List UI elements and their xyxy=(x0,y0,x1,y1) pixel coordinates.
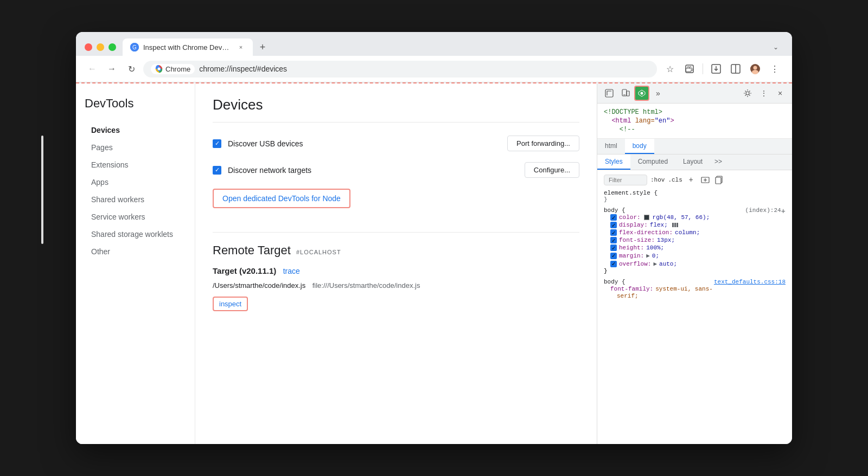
html-open-tag: <html xyxy=(611,117,631,125)
tab-html[interactable]: html xyxy=(597,139,625,154)
tab-computed[interactable]: Computed xyxy=(630,155,675,170)
styles-panel: :hov .cls + xyxy=(597,170,792,444)
overflow-prop-value: auto; xyxy=(659,261,677,267)
more-tools-button[interactable]: » xyxy=(650,86,666,101)
elements-icon xyxy=(637,89,646,98)
overflow-checkbox[interactable]: ✓ xyxy=(610,261,617,267)
elements-panel-button[interactable] xyxy=(634,86,649,101)
display-checkbox[interactable]: ✓ xyxy=(610,222,617,228)
hov-button[interactable]: :hov xyxy=(650,177,665,183)
tab-chevron-button[interactable]: ⌄ xyxy=(768,40,783,55)
styles-filter-input[interactable] xyxy=(604,175,647,185)
target-file: file:///Users/stmarthe/code/index.js xyxy=(312,281,420,290)
color-checkbox[interactable]: ✓ xyxy=(610,214,617,221)
port-forwarding-button[interactable]: Port forwarding... xyxy=(507,136,579,151)
tab-more[interactable]: >> xyxy=(710,155,726,170)
doctype-line: <!DOCTYPE html> xyxy=(604,108,786,117)
forward-button[interactable]: → xyxy=(104,61,119,76)
copy-icon xyxy=(715,176,724,184)
overflow-arrow[interactable]: ▶ xyxy=(653,260,657,267)
add-class-button[interactable]: + xyxy=(686,175,697,185)
sidebar-item-other[interactable]: Other xyxy=(85,243,186,260)
display-prop: ✓ display: flex; xyxy=(604,221,786,229)
network-checkbox[interactable]: ✓ xyxy=(213,166,221,175)
usb-checkbox[interactable]: ✓ xyxy=(213,139,221,148)
font-size-checkbox[interactable]: ✓ xyxy=(610,237,617,243)
device-mode-button[interactable] xyxy=(618,86,633,101)
new-tab-button[interactable]: + xyxy=(255,40,270,55)
height-checkbox[interactable]: ✓ xyxy=(610,245,617,251)
html-tag-line: <html lang="en"> xyxy=(604,117,786,125)
margin-prop: ✓ margin: ▶ 0; xyxy=(604,252,786,260)
color-prop-value: rgb(48, 57, 66); xyxy=(653,214,710,221)
overflow-prop: ✓ overflow: ▶ auto; xyxy=(604,260,786,268)
svg-rect-12 xyxy=(605,89,613,97)
add-rule-button[interactable]: + xyxy=(781,207,786,216)
font-family-continued: serif; xyxy=(604,293,786,299)
sidebar: DevTools Devices Pages Extensions Apps xyxy=(76,83,195,444)
body2-origin: text_defaults.css:18 xyxy=(714,279,786,285)
tab-close-button[interactable]: × xyxy=(237,43,245,52)
bookmark-button[interactable]: ☆ xyxy=(661,60,679,78)
style-tabs: Styles Computed Layout >> xyxy=(597,155,792,170)
close-devtools-button[interactable]: × xyxy=(773,86,788,101)
sidebar-item-devices[interactable]: Devices xyxy=(85,121,186,139)
text-defaults-link[interactable]: text_defaults.css:18 xyxy=(714,279,786,285)
minimize-button[interactable] xyxy=(97,43,104,51)
color-prop: ✓ color: rgb(48, 57, 66); xyxy=(604,214,781,221)
cls-button[interactable]: .cls xyxy=(668,177,682,183)
select-element-button[interactable] xyxy=(602,86,617,101)
flex-direction-prop-value: column; xyxy=(675,229,700,236)
back-button[interactable]: ← xyxy=(85,61,100,76)
font-family-prop: font-family: system-ui, sans- xyxy=(604,285,786,293)
tab-styles[interactable]: Styles xyxy=(597,155,630,170)
tab-body[interactable]: body xyxy=(625,139,654,154)
settings-button[interactable] xyxy=(740,86,755,101)
extension-button[interactable] xyxy=(681,60,698,78)
sidebar-nav: Devices Pages Extensions Apps Shared wor… xyxy=(85,121,186,260)
address-divider xyxy=(703,63,703,74)
flex-direction-checkbox[interactable]: ✓ xyxy=(610,229,617,236)
section-divider xyxy=(213,232,579,233)
inspect-link[interactable]: inspect xyxy=(213,297,248,311)
reload-button[interactable]: ↻ xyxy=(124,61,139,76)
element-style-close: } xyxy=(604,196,786,203)
open-devtools-node-link[interactable]: Open dedicated DevTools for Node xyxy=(213,189,350,208)
target-name: Target (v20.11.1) xyxy=(213,266,276,275)
target-trace-link[interactable]: trace xyxy=(283,267,300,275)
configure-button[interactable]: Configure... xyxy=(525,162,579,178)
screenshot-button[interactable] xyxy=(707,60,725,78)
color-swatch[interactable] xyxy=(644,215,649,220)
html-lang-val: "en" xyxy=(655,117,671,125)
sidebar-item-extensions[interactable]: Extensions xyxy=(85,156,186,173)
sidebar-item-apps[interactable]: Apps xyxy=(85,173,186,191)
doctype-text: <!DOCTYPE html> xyxy=(604,108,662,116)
font-family-prop-name: font-family: xyxy=(610,286,653,292)
devtools-panel: » ⋮ × <!DOCTYPE html> <html xyxy=(597,83,792,444)
maximize-button[interactable] xyxy=(108,43,116,51)
element-style-selector: element.style { xyxy=(604,190,786,196)
new-style-button[interactable] xyxy=(700,175,711,185)
url-bar[interactable]: Chrome chrome://inspect/#devices xyxy=(143,61,657,78)
copy-styles-button[interactable] xyxy=(714,175,725,185)
split-view-button[interactable] xyxy=(727,60,744,78)
reload-icon: ↻ xyxy=(128,64,135,74)
margin-prop-value: 0; xyxy=(652,253,659,259)
margin-arrow[interactable]: ▶ xyxy=(646,252,650,259)
sidebar-item-shared-storage[interactable]: Shared storage worklets xyxy=(85,226,186,243)
tab-title: Inspect with Chrome Develop xyxy=(143,43,232,52)
margin-checkbox[interactable]: ✓ xyxy=(610,253,617,259)
svg-point-3 xyxy=(158,68,161,70)
sidebar-item-shared-workers[interactable]: Shared workers xyxy=(85,191,186,208)
menu-button[interactable]: ⋮ xyxy=(766,60,783,78)
sidebar-item-service-workers[interactable]: Service workers xyxy=(85,208,186,226)
profile-button[interactable] xyxy=(746,60,764,78)
browser-tab[interactable]: G Inspect with Chrome Develop × xyxy=(123,38,253,56)
sidebar-item-pages[interactable]: Pages xyxy=(85,139,186,156)
body-text-defaults-block: body { text_defaults.css:18 font-family:… xyxy=(604,279,786,299)
close-button[interactable] xyxy=(85,43,92,51)
brand-label: Chrome xyxy=(165,65,190,73)
more-options-button[interactable]: ⋮ xyxy=(756,86,771,101)
font-family-prop-value: system-ui, sans- xyxy=(655,286,713,292)
tab-layout[interactable]: Layout xyxy=(675,155,710,170)
